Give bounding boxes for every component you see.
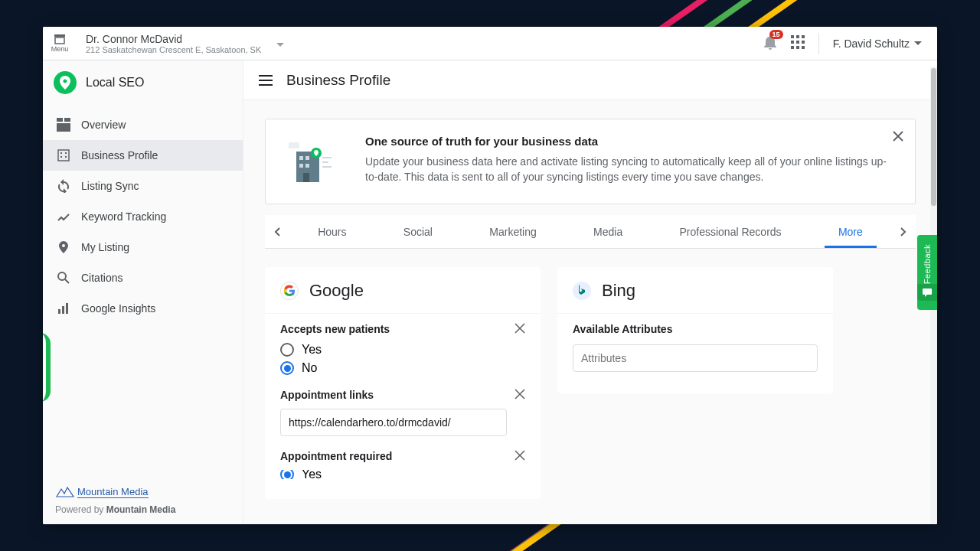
building-icon	[57, 148, 70, 162]
svg-rect-1	[55, 37, 64, 44]
svg-rect-10	[802, 46, 805, 49]
tabs-next-button[interactable]	[891, 227, 916, 236]
remove-field-button[interactable]	[514, 323, 525, 337]
nav-label: Google Insights	[81, 302, 155, 315]
svg-rect-31	[305, 164, 309, 168]
close-icon	[514, 323, 525, 334]
user-name: F. David Schultz	[833, 37, 910, 50]
feedback-chat-icon	[917, 284, 937, 301]
mountain-icon	[55, 484, 75, 498]
svg-rect-45	[923, 289, 932, 295]
svg-rect-5	[791, 41, 794, 44]
main-menu-button[interactable]: Menu	[43, 34, 77, 53]
cards-row: Google Accepts new patients Yes	[265, 267, 916, 499]
chevron-right-icon	[900, 227, 906, 236]
svg-rect-30	[299, 164, 303, 168]
banner-title: One source of truth for your business da…	[365, 135, 898, 148]
nav-label: Overview	[81, 119, 126, 131]
nav-business-profile[interactable]: Business Profile	[43, 140, 243, 171]
remove-field-button[interactable]	[514, 389, 525, 403]
attributes-input[interactable]	[573, 344, 818, 372]
pin-icon	[57, 240, 70, 254]
close-icon	[514, 450, 525, 461]
radio-option-no[interactable]: No	[280, 361, 525, 375]
svg-rect-6	[796, 41, 799, 44]
appointment-links-field: Appointment links	[280, 389, 525, 436]
svg-rect-22	[62, 306, 64, 314]
svg-rect-3	[796, 35, 799, 38]
tab-hours[interactable]: Hours	[304, 217, 360, 247]
nav-label: My Listing	[81, 241, 129, 253]
powered-by: Powered by Mountain Media	[55, 504, 230, 515]
svg-rect-13	[57, 123, 70, 132]
feedback-label: Feedback	[923, 244, 932, 284]
nav-label: Listing Sync	[81, 180, 139, 192]
nav-label: Keyword Tracking	[81, 210, 166, 223]
radio-label: Yes	[302, 343, 322, 357]
user-menu[interactable]: F. David Schultz	[833, 37, 922, 50]
radio-icon	[280, 343, 294, 357]
google-card: Google Accepts new patients Yes	[265, 267, 541, 499]
chart-icon	[57, 302, 70, 315]
svg-rect-14	[58, 150, 69, 161]
svg-rect-29	[305, 156, 309, 160]
radio-option-yes[interactable]: Yes	[280, 470, 525, 479]
decorative-arc	[43, 333, 51, 402]
tab-professional-records[interactable]: Professional Records	[666, 217, 795, 247]
radio-option-yes[interactable]: Yes	[280, 343, 525, 357]
tab-marketing[interactable]: Marketing	[475, 217, 550, 247]
content-area: One source of truth for your business da…	[243, 100, 937, 524]
svg-point-19	[58, 272, 66, 280]
sidebar: Local SEO Overview Business Profile List…	[43, 60, 243, 524]
svg-rect-23	[66, 303, 68, 314]
svg-rect-32	[303, 173, 309, 182]
accepts-new-patients-field: Accepts new patients Yes	[280, 323, 525, 375]
nav-label: Citations	[81, 272, 122, 284]
nav-label: Business Profile	[81, 149, 158, 161]
tab-media[interactable]: Media	[580, 217, 636, 247]
field-label: Appointment links	[280, 389, 525, 401]
svg-line-20	[65, 279, 69, 283]
nav-keyword-tracking[interactable]: Keyword Tracking	[43, 201, 243, 232]
chevron-left-icon	[274, 227, 280, 236]
tab-social[interactable]: Social	[390, 217, 446, 247]
divider	[818, 33, 819, 54]
nav-overview[interactable]: Overview	[43, 109, 243, 140]
nav-listing-sync[interactable]: Listing Sync	[43, 171, 243, 201]
tabs-prev-button[interactable]	[265, 227, 289, 236]
trend-icon	[57, 210, 70, 223]
business-dropdown-caret[interactable]	[276, 37, 284, 51]
svg-rect-9	[796, 46, 799, 49]
radio-icon	[280, 361, 294, 375]
card-title: Google	[309, 281, 364, 301]
banner-desc: Update your business data here and activ…	[365, 154, 898, 185]
building-sync-illustration	[283, 135, 344, 188]
business-selector[interactable]: Dr. Connor McDavid 212 Saskatchewan Cres…	[77, 33, 261, 54]
notifications-button[interactable]: 15	[763, 34, 777, 53]
close-icon	[514, 389, 525, 399]
menu-label: Menu	[51, 45, 69, 53]
svg-rect-17	[60, 156, 62, 158]
business-address: 212 Saskatchewan Crescent E, Saskatoon, …	[86, 45, 261, 54]
feedback-tab[interactable]: Feedback	[917, 235, 937, 310]
banner-art	[283, 135, 344, 188]
nav-google-insights[interactable]: Google Insights	[43, 293, 243, 324]
nav-my-listing[interactable]: My Listing	[43, 232, 243, 262]
storefront-icon	[53, 34, 67, 44]
appointment-link-input[interactable]	[280, 409, 507, 436]
hamburger-icon[interactable]	[259, 75, 273, 86]
nav-citations[interactable]: Citations	[43, 262, 243, 293]
svg-rect-16	[65, 152, 67, 154]
brand-row: Local SEO	[43, 60, 243, 105]
apps-grid-button[interactable]	[791, 35, 805, 52]
main: Business Profile	[243, 60, 937, 524]
field-label: Accepts new patients	[280, 323, 525, 335]
tab-more[interactable]: More	[825, 217, 877, 247]
bing-logo-icon	[573, 282, 591, 300]
remove-field-button[interactable]	[514, 450, 525, 464]
scrollbar-thumb[interactable]	[931, 68, 936, 206]
banner-close-button[interactable]	[892, 130, 904, 145]
brand-name: Local SEO	[86, 76, 144, 90]
svg-rect-15	[60, 152, 62, 154]
page-title: Business Profile	[286, 72, 390, 89]
